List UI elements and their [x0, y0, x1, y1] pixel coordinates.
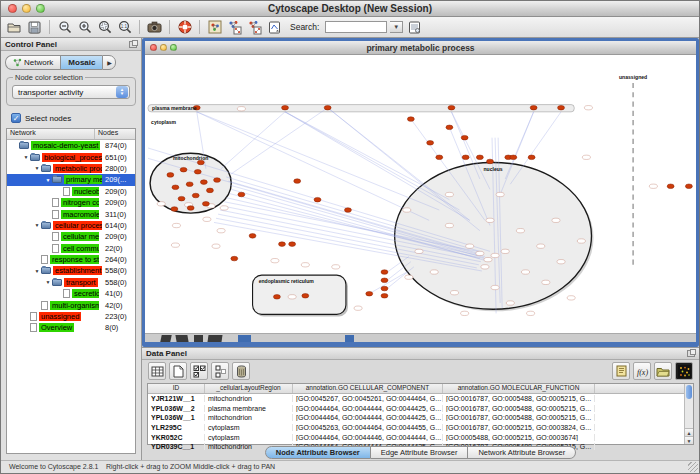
cell[interactable]: [GO:0005488, GO:0005215, GO:0003674]	[443, 434, 595, 441]
network-graph[interactable]: plasma membranecytoplasmmitochondrionnuc…	[145, 55, 696, 333]
tree-row-overview[interactable]: Overview8(0)	[7, 322, 135, 333]
tree-row-transport[interactable]: ▼transport558(0)	[7, 277, 135, 288]
tree-row-nucleobase-[interactable]: nucleobase-209(0)	[7, 186, 135, 197]
tree-row-macromolecule[interactable]: macromolecule311(0)	[7, 208, 135, 219]
tree-row-primary-metab[interactable]: ▼primary metab209(...	[7, 174, 135, 185]
attribute-table-header[interactable]: ID_cellularLayoutRegionannotation.GO CEL…	[148, 384, 684, 394]
index-icon[interactable]	[406, 19, 423, 36]
tree-expander-icon[interactable]: ▼	[22, 154, 30, 160]
zoom-out-icon[interactable]	[56, 19, 73, 36]
table-row-YJR121W__1[interactable]: YJR121W__1mitochondrion[GO:0045267, GO:0…	[148, 394, 684, 404]
function-builder-icon[interactable]: f(x)	[633, 362, 651, 380]
cell[interactable]: YJR121W__1	[148, 395, 205, 402]
control-panel-header[interactable]: Control Panel	[1, 38, 141, 51]
tree-expander-icon[interactable]: ▼	[33, 165, 41, 171]
cell[interactable]: [GO:0045263, GO:0044464, GO:0044455, G..…	[293, 424, 443, 431]
notes-icon[interactable]	[612, 362, 630, 380]
node-color-attribute-select[interactable]: transporter activity ▲▼	[12, 85, 130, 99]
table-row-YPL036W__2[interactable]: YPL036W__2plasma membrane[GO:0044464, GO…	[148, 403, 684, 413]
zoom-fit-icon[interactable]: 1:1	[116, 19, 133, 36]
tree-row-response-to-stimulu[interactable]: response to stimulu264(0)	[7, 254, 135, 265]
help-icon[interactable]	[176, 19, 193, 36]
attribute-table-icon[interactable]	[148, 362, 166, 380]
new-attribute-icon[interactable]	[169, 362, 187, 380]
tree-row-multi-organism-pro[interactable]: multi-organism pro42(0)	[7, 299, 135, 310]
tree-row-secretion[interactable]: secretion41(0)	[7, 288, 135, 299]
cell[interactable]: cytoplasm	[205, 424, 293, 431]
cell[interactable]: [GO:0045267, GO:0045261, GO:0044464, G..…	[293, 395, 443, 402]
network-view-titlebar[interactable]: primary metabolic process	[145, 41, 696, 55]
tree-expander-icon[interactable]: ▼	[33, 222, 41, 228]
tree-row-cell-communicat[interactable]: cell communicat22(0)	[7, 243, 135, 254]
column-header-annotation.GO CELLULAR_COMPONENT[interactable]: annotation.GO CELLULAR_COMPONENT	[293, 384, 443, 393]
cell[interactable]: YLR295C	[148, 424, 205, 431]
data-panel-float-icon[interactable]	[687, 350, 695, 357]
matrix-icon[interactable]	[675, 362, 693, 380]
annotation-network-icon-1[interactable]	[226, 19, 243, 36]
scroll-up-button[interactable]: ▲	[685, 428, 693, 436]
table-row-YKR052C[interactable]: YKR052Ccytoplasm[GO:0044464, GO:0044446,…	[148, 432, 684, 442]
vizmapper-icon[interactable]	[206, 19, 223, 36]
search-dropdown-button[interactable]: ▼	[390, 21, 403, 33]
tabs-overflow-button[interactable]: ▶	[102, 55, 116, 70]
cell[interactable]: YPL036W__1	[148, 414, 205, 421]
scroll-down-button[interactable]: ▼	[685, 436, 693, 444]
network-canvas[interactable]: plasma membranecytoplasmmitochondrionnuc…	[145, 55, 696, 333]
tree-row-cellular-metabo[interactable]: cellular metabo209(0)	[7, 231, 135, 242]
open-session-icon[interactable]	[6, 19, 23, 36]
delete-attribute-icon[interactable]	[232, 362, 250, 380]
tree-row-cellular-process[interactable]: ▼cellular process614(0)	[7, 220, 135, 231]
column-header-_cellularLayoutRegion[interactable]: _cellularLayoutRegion	[205, 384, 293, 393]
tree-row-biological-process[interactable]: ▼biological_process651(0)	[7, 151, 135, 162]
column-header-ID[interactable]: ID	[148, 384, 205, 393]
tree-expander-icon[interactable]: ▼	[33, 268, 41, 274]
snapshot-icon[interactable]	[146, 19, 163, 36]
tab-edge-attribute-browser[interactable]: Edge Attribute Browser	[371, 446, 469, 459]
tree-expander-icon[interactable]: ▼	[44, 177, 52, 183]
tree-row-nitrogen-compo[interactable]: nitrogen compo209(0)	[7, 197, 135, 208]
cell[interactable]: plasma membrane	[205, 405, 293, 412]
tree-row-establishment-of-lo[interactable]: ▼establishment of lo558(0)	[7, 265, 135, 276]
ontology-icon[interactable]	[266, 19, 283, 36]
cell[interactable]: [GO:0044464, GO:0044446, GO:0044444, G..…	[293, 434, 443, 441]
tab-mosaic[interactable]: Mosaic	[60, 55, 102, 70]
cell[interactable]: [GO:0044464, GO:0044444, GO:0044425, G..…	[293, 414, 443, 421]
cell[interactable]: YKR052C	[148, 434, 205, 441]
cell[interactable]: YPL036W__2	[148, 405, 205, 412]
network-tree-header[interactable]: Network Nodes	[7, 129, 135, 140]
data-panel-header[interactable]: Data Panel	[142, 348, 699, 360]
cell[interactable]: [GO:0016787, GO:0005215, GO:0003824, G..…	[443, 424, 595, 431]
float-panel-icon[interactable]	[129, 41, 137, 48]
tab-network-attribute-browser[interactable]: Network Attribute Browser	[468, 446, 576, 459]
cell[interactable]: cytoplasm	[205, 434, 293, 441]
column-header-empty[interactable]	[595, 384, 684, 393]
import-attributes-icon[interactable]	[654, 362, 672, 380]
table-row-YPL036W__1[interactable]: YPL036W__1mitochondrion[GO:0044464, GO:0…	[148, 413, 684, 423]
tree-row-metabolic-process[interactable]: ▼metabolic process280(0)	[7, 163, 135, 174]
column-header-annotation.GO MOLECULAR_FUNCTION[interactable]: annotation.GO MOLECULAR_FUNCTION	[443, 384, 595, 393]
search-input[interactable]	[325, 21, 387, 33]
table-scrollbar-thumb[interactable]	[686, 385, 692, 399]
window-titlebar[interactable]: Cytoscape Desktop (New Session)	[1, 1, 699, 17]
cell[interactable]: [GO:0016787, GO:0005488, GO:0005215, G..…	[443, 414, 595, 421]
unselect-attributes-icon[interactable]	[211, 362, 229, 380]
cell[interactable]: [GO:0016787, GO:0005488, GO:0005215, G..…	[443, 395, 595, 402]
tab-network[interactable]: Network	[5, 55, 60, 70]
tab-node-attribute-browser[interactable]: Node Attribute Browser	[265, 446, 371, 459]
cell[interactable]: [GO:0016787, GO:0005488, GO:0005215, G..…	[443, 405, 595, 412]
select-attributes-icon[interactable]	[190, 362, 208, 380]
tree-row-mosaic-demo-yeast[interactable]: mosaic-demo-yeast874(0)	[7, 140, 135, 151]
cell[interactable]: mitochondrion	[205, 414, 293, 421]
tree-expander-icon[interactable]: ▼	[44, 279, 52, 285]
cell[interactable]: [GO:0044464, GO:0044444, GO:0044425, G..…	[293, 405, 443, 412]
zoom-selected-icon[interactable]	[96, 19, 113, 36]
zoom-in-icon[interactable]	[76, 19, 93, 36]
annotation-network-icon-2[interactable]	[246, 19, 263, 36]
table-scrollbar[interactable]: ▲ ▼	[684, 384, 693, 444]
cell[interactable]: mitochondrion	[205, 395, 293, 402]
table-row-YLR295C[interactable]: YLR295Ccytoplasm[GO:0045263, GO:0044464,…	[148, 423, 684, 433]
save-session-icon[interactable]	[26, 19, 43, 36]
select-nodes-checkbox[interactable]: ✓	[11, 113, 21, 123]
tree-row-unassigned[interactable]: unassigned223(0)	[7, 311, 135, 322]
resize-grip[interactable]	[688, 462, 698, 472]
